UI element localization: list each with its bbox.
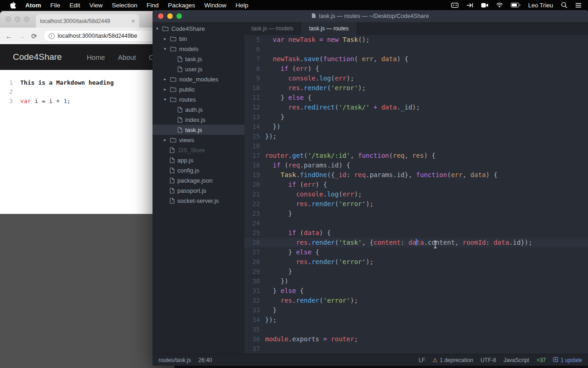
code-line-33[interactable]: 33 }	[244, 305, 588, 315]
code-line-30[interactable]: 30 })	[244, 276, 588, 286]
code-token: render	[296, 297, 319, 304]
screenshare-icon[interactable]	[466, 3, 473, 8]
tree-item-views[interactable]: ▸views	[153, 135, 244, 145]
minimize-window-button[interactable]	[167, 13, 173, 19]
status-updates[interactable]: 1 update	[553, 357, 582, 363]
tree-item-task-js[interactable]: task.js	[153, 54, 244, 64]
tree-item-routes[interactable]: ▾routes	[153, 94, 244, 104]
code-line-27[interactable]: 27 } else {	[244, 247, 588, 257]
notification-center-icon[interactable]	[575, 3, 582, 8]
tree-item-bin[interactable]: ▸bin	[153, 34, 244, 44]
tree-item-app-js[interactable]: app.js	[153, 155, 244, 165]
code-line-34[interactable]: 34});	[244, 315, 588, 325]
code-line-29[interactable]: 29 }	[244, 267, 588, 276]
wifi-icon[interactable]	[496, 3, 503, 8]
site-link-about[interactable]: About	[118, 53, 136, 61]
code-line-9[interactable]: 9 console.log(err);	[244, 74, 588, 83]
code-line-14[interactable]: 14 })	[244, 122, 588, 132]
code-line-25[interactable]: 25 if (data) {	[244, 228, 588, 238]
apple-menu-icon[interactable]	[6, 1, 21, 9]
markdown-line: 2	[9, 87, 175, 97]
code-line-18[interactable]: 18 if (req.params.id) {	[244, 161, 588, 170]
code-line-8[interactable]: 8 if (err) {	[244, 64, 588, 74]
close-window-button[interactable]	[158, 13, 164, 19]
status-encoding[interactable]: UTF-8	[481, 357, 496, 363]
close-window-button[interactable]	[6, 17, 11, 22]
code-line-5[interactable]: 5 var newTask = new Task();	[244, 35, 588, 45]
folder-icon	[162, 26, 169, 31]
tree-item-socket-server-js[interactable]: socket-server.js	[153, 196, 244, 206]
reload-icon[interactable]: ⟳	[31, 33, 37, 40]
code-line-35[interactable]: 35	[244, 325, 588, 334]
tree-item-package-json[interactable]: package.json	[153, 175, 244, 185]
code-line-26[interactable]: 26 res.render('task', {content: data.con…	[244, 238, 588, 247]
back-icon[interactable]: ←	[6, 33, 12, 40]
menu-item-edit[interactable]: Edit	[65, 0, 85, 10]
code-line-24[interactable]: 24	[244, 218, 588, 228]
site-brand[interactable]: Code4Share	[13, 52, 62, 62]
status-file-path: routes/task.js	[158, 357, 191, 363]
code-line-21[interactable]: 21 console.log(err);	[244, 190, 588, 199]
code-line-23[interactable]: 23 }	[244, 209, 588, 218]
tree-item-passport-js[interactable]: passport.js	[153, 185, 244, 196]
code-line-16[interactable]: 16	[244, 141, 588, 151]
code-line-13[interactable]: 13 }	[244, 112, 588, 122]
info-icon[interactable]: i	[49, 33, 55, 39]
tree-item-auth-js[interactable]: auth.js	[153, 104, 244, 115]
battery-icon[interactable]	[511, 3, 520, 7]
status-deprecation[interactable]: ⚠ 1 deprecation	[432, 357, 473, 363]
code-line-22[interactable]: 22 res.render('error');	[244, 199, 588, 209]
tab-task-js-models[interactable]: task.js — models	[244, 22, 301, 35]
code-line-17[interactable]: 17router.get('/task/:id', function(req, …	[244, 151, 588, 161]
tree-item-config-js[interactable]: config.js	[153, 165, 244, 175]
tree-item-models[interactable]: ▾models	[153, 44, 244, 54]
menubar-username[interactable]: Leo Trieu	[528, 2, 553, 9]
menu-item-window[interactable]: Window	[200, 0, 231, 10]
status-cursor-position[interactable]: 26:40	[198, 357, 212, 363]
code-line-6[interactable]: 6	[244, 45, 588, 54]
tree-item-index-js[interactable]: index.js	[153, 115, 244, 125]
code-line-15[interactable]: 15});	[244, 132, 588, 141]
close-tab-icon[interactable]: ×	[131, 17, 135, 25]
code-line-12[interactable]: 12 res.redirect('/task/' + data._id);	[244, 103, 588, 112]
camera-icon[interactable]	[481, 3, 488, 8]
search-icon[interactable]	[561, 2, 567, 8]
code-line-28[interactable]: 28 res.render('error');	[244, 257, 588, 267]
url-bar[interactable]: i localhost:3000/task/58d2449be	[43, 30, 169, 42]
code-editor[interactable]: 5 var newTask = new Task();67 newTask.sa…	[244, 35, 588, 354]
menu-item-packages[interactable]: Packages	[163, 0, 199, 10]
menu-item-selection[interactable]: Selection	[107, 0, 142, 10]
controller-icon[interactable]	[451, 3, 458, 8]
menu-item-view[interactable]: View	[85, 0, 107, 10]
tree-item-task-js[interactable]: task.js	[153, 125, 244, 135]
zoom-window-button[interactable]	[176, 13, 182, 19]
atom-title-bar[interactable]: task.js — routes — ~/Desktop/Code4Share	[153, 10, 588, 22]
minimize-window-button[interactable]	[15, 17, 20, 22]
tab-task-js-routes[interactable]: task.js — routes	[301, 22, 357, 35]
menu-item-help[interactable]: Help	[231, 0, 253, 10]
zoom-window-button[interactable]	[24, 17, 29, 22]
code-line-7[interactable]: 7 newTask.save(function( err, data) {	[244, 54, 588, 64]
browser-tab[interactable]: localhost:3000/task/58d2449 ×	[36, 14, 139, 28]
status-git-diff[interactable]: +37	[537, 357, 546, 363]
code-line-31[interactable]: 31 } else {	[244, 286, 588, 296]
menu-item-find[interactable]: Find	[142, 0, 163, 10]
site-link-home[interactable]: Home	[87, 53, 105, 61]
tree-item-public[interactable]: ▸public	[153, 84, 244, 94]
code-token	[284, 36, 288, 43]
code-line-32[interactable]: 32 res.render('error');	[244, 296, 588, 305]
code-line-20[interactable]: 20 if (err) {	[244, 180, 588, 190]
code-line-11[interactable]: 11 } else {	[244, 93, 588, 103]
code-line-10[interactable]: 10 res.render('error');	[244, 83, 588, 93]
tree-item-user-js[interactable]: user.js	[153, 64, 244, 74]
status-language[interactable]: JavaScript	[503, 357, 529, 363]
menu-item-atom[interactable]: Atom	[21, 0, 46, 10]
status-line-ending[interactable]: LF	[418, 357, 425, 363]
tree-item-ds-store[interactable]: .DS_Store	[153, 145, 244, 155]
code-line-19[interactable]: 19 Task.findOne({_id: req.params.id}, fu…	[244, 170, 588, 180]
tree-item-code4share[interactable]: ▾Code4Share	[153, 23, 244, 34]
tree-item-node-modules[interactable]: ▸node_modules	[153, 74, 244, 84]
code-line-36[interactable]: 36module.exports = router;	[244, 334, 588, 344]
code-line-37[interactable]: 37	[244, 344, 588, 354]
menu-item-file[interactable]: File	[46, 0, 65, 10]
